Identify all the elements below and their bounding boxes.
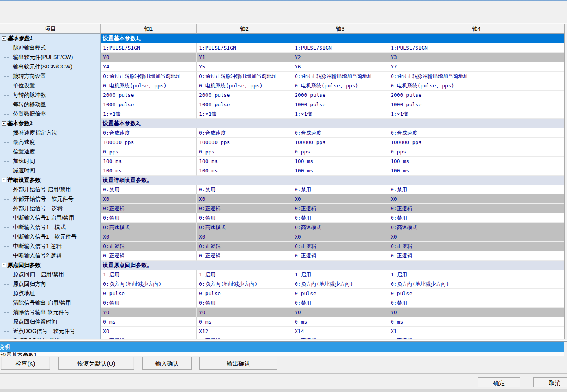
param-cell-axis2[interactable]: Y0 (197, 308, 292, 317)
section-description-cell[interactable]: 设置基本参数2。 (101, 119, 564, 128)
param-cell-axis1[interactable]: 2000 pulse (101, 91, 197, 100)
collapse-icon[interactable]: - (2, 178, 6, 182)
param-cell-axis2[interactable]: 1000 pulse (197, 100, 292, 109)
param-cell-axis4[interactable]: 100 ms (388, 157, 564, 166)
param-cell-axis1[interactable]: 1:×1倍 (101, 109, 197, 119)
scrollbar[interactable] (564, 24, 567, 339)
param-cell-axis3[interactable]: 0 pps (292, 147, 388, 157)
tree-item[interactable]: 中断输入信号1 启用/禁用 (0, 213, 101, 223)
tree-node-4[interactable]: -原点回归参数 (0, 261, 101, 270)
param-cell-axis1[interactable]: 1:启用 (101, 270, 197, 279)
param-cell-axis4[interactable]: 0:禁用 (388, 185, 564, 194)
param-cell-axis3[interactable]: 0:正逻辑 (292, 204, 388, 213)
collapse-icon[interactable]: - (2, 121, 6, 126)
tree-item[interactable]: 旋转方向设置 (0, 72, 101, 81)
tree-item[interactable]: 原点回归 启用/禁用 (0, 270, 101, 279)
tree-item[interactable]: 输出软元件(SIGN/CCW) (0, 62, 101, 72)
param-cell-axis3[interactable]: 0:禁用 (292, 185, 388, 194)
param-cell-axis4[interactable]: 0:通过正转脉冲输出增加当前地址 (388, 72, 564, 81)
param-cell-axis1[interactable]: Y0 (101, 308, 197, 317)
param-cell-axis1[interactable]: 0:负方向(地址减少方向) (101, 279, 197, 289)
collapse-icon[interactable]: - (2, 36, 6, 41)
tree-item[interactable]: 加速时间 (0, 157, 101, 166)
param-cell-axis3[interactable]: 0 pulse (292, 289, 388, 298)
param-cell-axis1[interactable]: 100000 pps (101, 138, 197, 147)
tree-node-2[interactable]: -基本参数2 (0, 119, 101, 128)
param-cell-axis4[interactable]: 1:启用 (388, 270, 564, 279)
param-cell-axis1[interactable]: 0:高速模式 (101, 223, 197, 232)
param-cell-axis1[interactable]: 0:禁用 (101, 213, 197, 223)
param-cell-axis2[interactable]: 100 ms (197, 166, 292, 176)
param-cell-axis2[interactable]: 0 ms (197, 317, 292, 327)
param-cell-axis4[interactable]: 0:正逻辑 (388, 204, 564, 213)
collapse-icon[interactable]: - (2, 263, 6, 267)
tree-item[interactable]: 每转的移动量 (0, 100, 101, 109)
tree-item[interactable]: 每转的脉冲数 (0, 91, 101, 100)
tree-item[interactable]: 偏置速度 (0, 147, 101, 157)
param-cell-axis1[interactable]: 0:禁用 (101, 298, 197, 308)
ok-button[interactable]: 确定 (478, 377, 520, 387)
param-cell-axis3[interactable]: 0:电机系统(pulse, pps) (292, 81, 388, 91)
tree-item[interactable]: 外部开始信号 启用/禁用 (0, 185, 101, 194)
param-cell-axis2[interactable]: 0 pps (197, 147, 292, 157)
param-cell-axis2[interactable]: 0:通过正转脉冲输出增加当前地址 (197, 72, 292, 81)
param-cell-axis4[interactable]: 0 ms (388, 317, 564, 327)
param-cell-axis4[interactable]: 1:×1倍 (388, 109, 564, 119)
param-cell-axis4[interactable]: 1000 pulse (388, 100, 564, 109)
param-cell-axis4[interactable]: 0 pulse (388, 289, 564, 298)
param-cell-axis2[interactable]: X0 (197, 194, 292, 204)
param-cell-axis4[interactable]: 100 ms (388, 166, 564, 176)
param-cell-axis3[interactable]: 0:高速模式 (292, 223, 388, 232)
param-cell-axis2[interactable]: 1:PULSE/SIGN (197, 43, 292, 53)
param-cell-axis3[interactable]: X0 (292, 194, 388, 204)
param-cell-axis1[interactable]: 0 pps (101, 147, 197, 157)
param-cell-axis1[interactable]: 0:电机系统(pulse, pps) (101, 81, 197, 91)
param-cell-axis4[interactable]: 1:PULSE/SIGN (388, 43, 564, 53)
param-cell-axis1[interactable]: Y0 (101, 53, 197, 62)
param-cell-axis4[interactable]: 0:正逻辑 (388, 251, 564, 261)
param-cell-axis3[interactable]: 0:正逻辑 (292, 251, 388, 261)
param-cell-axis1[interactable]: 0:正逻辑 (101, 204, 197, 213)
tree-item[interactable]: 原点回归停留时间 (0, 317, 101, 327)
param-cell-axis3[interactable]: X0 (292, 232, 388, 242)
param-cell-axis1[interactable]: 0 pulse (101, 289, 197, 298)
param-cell-axis4[interactable]: 0:正逻辑 (388, 336, 564, 339)
param-cell-axis2[interactable]: 100 ms (197, 157, 292, 166)
param-cell-axis4[interactable]: 0:高速模式 (388, 223, 564, 232)
param-cell-axis2[interactable]: Y1 (197, 53, 292, 62)
tree-item[interactable]: 清除信号输出 启用/禁用 (0, 298, 101, 308)
param-cell-axis2[interactable]: X0 (197, 232, 292, 242)
param-cell-axis1[interactable]: X0 (101, 194, 197, 204)
param-cell-axis1[interactable]: 100 ms (101, 157, 197, 166)
section-description-cell[interactable]: 设置详细设置参数。 (101, 176, 564, 185)
output-confirm-button[interactable]: 输出确认 (199, 357, 277, 370)
param-cell-axis3[interactable]: 0:正逻辑 (292, 242, 388, 251)
param-cell-axis2[interactable]: Y5 (197, 62, 292, 72)
param-cell-axis2[interactable]: 1:启用 (197, 270, 292, 279)
param-cell-axis4[interactable]: X0 (388, 232, 564, 242)
param-cell-axis1[interactable]: 0:合成速度 (101, 128, 197, 138)
param-cell-axis2[interactable]: 0:禁用 (197, 185, 292, 194)
tree-node-1[interactable]: -基本参数1 (0, 34, 101, 43)
tree-item[interactable]: 脉冲输出模式 (0, 43, 101, 53)
param-cell-axis3[interactable]: 100 ms (292, 157, 388, 166)
tree-item[interactable]: 中断输入信号1 模式 (0, 223, 101, 232)
param-cell-axis4[interactable]: 0 pps (388, 147, 564, 157)
param-cell-axis1[interactable]: X0 (101, 232, 197, 242)
param-cell-axis3[interactable]: 1000 pulse (292, 100, 388, 109)
param-cell-axis1[interactable]: 0:通过正转脉冲输出增加当前地址 (101, 72, 197, 81)
param-cell-axis4[interactable]: 0:电机系统(pulse, pps) (388, 81, 564, 91)
param-cell-axis1[interactable]: 0:正逻辑 (101, 251, 197, 261)
tree-item[interactable]: 中断输入信号2 逻辑 (0, 251, 101, 261)
param-cell-axis3[interactable]: 1:PULSE/SIGN (292, 43, 388, 53)
param-cell-axis4[interactable]: Y7 (388, 62, 564, 72)
param-cell-axis2[interactable]: 0:禁用 (197, 298, 292, 308)
tree-item[interactable]: 清除信号输出 软元件号 (0, 308, 101, 317)
param-cell-axis4[interactable]: 0:禁用 (388, 298, 564, 308)
tree-item[interactable]: 位置数据倍率 (0, 109, 101, 119)
tree-item[interactable]: 中断输入信号1 软元件号 (0, 232, 101, 242)
cancel-button[interactable]: 取消 (533, 377, 567, 387)
param-cell-axis4[interactable]: Y0 (388, 308, 564, 317)
param-cell-axis2[interactable]: 0:负方向(地址减少方向) (197, 279, 292, 289)
param-cell-axis4[interactable]: X1 (388, 327, 564, 336)
